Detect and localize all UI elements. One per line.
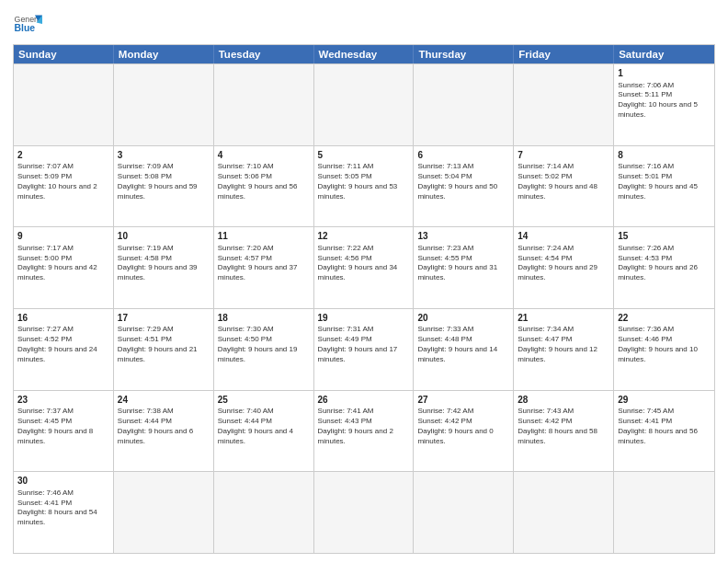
sun-info: Sunrise: 7:06 AMSunset: 5:11 PMDaylight:… [618, 81, 711, 121]
calendar-cell: 3Sunrise: 7:09 AMSunset: 5:08 PMDaylight… [114, 146, 214, 227]
day-number: 10 [118, 230, 210, 243]
sun-info: Sunrise: 7:17 AMSunset: 5:00 PMDaylight:… [17, 244, 109, 283]
day-number: 1 [618, 67, 711, 80]
day-number: 16 [17, 312, 109, 325]
sun-info: Sunrise: 7:30 AMSunset: 4:50 PMDaylight:… [218, 325, 310, 364]
day-number: 25 [218, 394, 310, 407]
calendar-header: SundayMondayTuesdayWednesdayThursdayFrid… [14, 45, 714, 63]
calendar-cell: 25Sunrise: 7:40 AMSunset: 4:44 PMDayligh… [214, 391, 314, 472]
calendar-row-4: 23Sunrise: 7:37 AMSunset: 4:45 PMDayligh… [14, 390, 714, 472]
sun-info: Sunrise: 7:33 AMSunset: 4:48 PMDaylight:… [417, 325, 509, 364]
logo: General Blue [13, 9, 42, 39]
calendar-cell: 26Sunrise: 7:41 AMSunset: 4:43 PMDayligh… [314, 391, 415, 472]
calendar-cell [414, 64, 514, 145]
calendar-cell [114, 472, 214, 553]
day-number: 9 [17, 230, 109, 243]
calendar-cell: 28Sunrise: 7:43 AMSunset: 4:42 PMDayligh… [514, 391, 614, 472]
sun-info: Sunrise: 7:24 AMSunset: 4:54 PMDaylight:… [518, 244, 609, 283]
calendar-cell [214, 472, 314, 553]
sun-info: Sunrise: 7:23 AMSunset: 4:55 PMDaylight:… [417, 244, 509, 283]
day-number: 18 [218, 312, 310, 325]
calendar-cell: 23Sunrise: 7:37 AMSunset: 4:45 PMDayligh… [14, 391, 114, 472]
calendar-cell [214, 64, 314, 145]
sun-info: Sunrise: 7:37 AMSunset: 4:45 PMDaylight:… [17, 407, 109, 446]
sun-info: Sunrise: 7:27 AMSunset: 4:52 PMDaylight:… [17, 325, 109, 364]
sun-info: Sunrise: 7:13 AMSunset: 5:04 PMDaylight:… [417, 162, 509, 201]
calendar-cell [514, 64, 614, 145]
day-number: 7 [518, 149, 609, 162]
calendar-cell: 14Sunrise: 7:24 AMSunset: 4:54 PMDayligh… [514, 227, 614, 308]
calendar-cell: 5Sunrise: 7:11 AMSunset: 5:05 PMDaylight… [314, 146, 415, 227]
weekday-header-saturday: Saturday [614, 45, 714, 63]
calendar-cell: 12Sunrise: 7:22 AMSunset: 4:56 PMDayligh… [314, 227, 415, 308]
day-number: 21 [518, 312, 609, 325]
day-number: 26 [318, 394, 410, 407]
day-number: 4 [218, 149, 310, 162]
calendar-cell: 10Sunrise: 7:19 AMSunset: 4:58 PMDayligh… [114, 227, 214, 308]
day-number: 14 [518, 230, 609, 243]
calendar-cell: 20Sunrise: 7:33 AMSunset: 4:48 PMDayligh… [414, 309, 514, 390]
weekday-header-monday: Monday [114, 45, 214, 63]
calendar-body: 1Sunrise: 7:06 AMSunset: 5:11 PMDaylight… [14, 63, 714, 553]
calendar-row-0: 1Sunrise: 7:06 AMSunset: 5:11 PMDaylight… [14, 63, 714, 145]
day-number: 22 [618, 312, 711, 325]
sun-info: Sunrise: 7:31 AMSunset: 4:49 PMDaylight:… [318, 325, 410, 364]
day-number: 20 [417, 312, 509, 325]
weekday-header-wednesday: Wednesday [314, 45, 415, 63]
day-number: 29 [618, 394, 711, 407]
day-number: 19 [318, 312, 410, 325]
calendar: SundayMondayTuesdayWednesdayThursdayFrid… [13, 44, 715, 554]
day-number: 27 [417, 394, 509, 407]
calendar-cell [314, 472, 415, 553]
sun-info: Sunrise: 7:42 AMSunset: 4:42 PMDaylight:… [417, 407, 509, 446]
svg-text:Blue: Blue [15, 23, 36, 33]
weekday-header-sunday: Sunday [14, 45, 114, 63]
sun-info: Sunrise: 7:22 AMSunset: 4:56 PMDaylight:… [318, 244, 410, 283]
calendar-cell: 27Sunrise: 7:42 AMSunset: 4:42 PMDayligh… [414, 391, 514, 472]
calendar-cell [414, 472, 514, 553]
sun-info: Sunrise: 7:10 AMSunset: 5:06 PMDaylight:… [218, 162, 310, 201]
calendar-cell: 18Sunrise: 7:30 AMSunset: 4:50 PMDayligh… [214, 309, 314, 390]
calendar-cell: 22Sunrise: 7:36 AMSunset: 4:46 PMDayligh… [614, 309, 714, 390]
sun-info: Sunrise: 7:34 AMSunset: 4:47 PMDaylight:… [518, 325, 609, 364]
sun-info: Sunrise: 7:41 AMSunset: 4:43 PMDaylight:… [318, 407, 410, 446]
day-number: 15 [618, 230, 711, 243]
sun-info: Sunrise: 7:20 AMSunset: 4:57 PMDaylight:… [218, 244, 310, 283]
calendar-cell [514, 472, 614, 553]
calendar-cell: 17Sunrise: 7:29 AMSunset: 4:51 PMDayligh… [114, 309, 214, 390]
calendar-cell [614, 472, 714, 553]
sun-info: Sunrise: 7:26 AMSunset: 4:53 PMDaylight:… [618, 244, 711, 283]
calendar-row-1: 2Sunrise: 7:07 AMSunset: 5:09 PMDaylight… [14, 145, 714, 227]
calendar-cell: 7Sunrise: 7:14 AMSunset: 5:02 PMDaylight… [514, 146, 614, 227]
logo-icon: General Blue [13, 9, 42, 39]
sun-info: Sunrise: 7:09 AMSunset: 5:08 PMDaylight:… [118, 162, 210, 201]
calendar-cell: 13Sunrise: 7:23 AMSunset: 4:55 PMDayligh… [414, 227, 514, 308]
calendar-row-5: 30Sunrise: 7:46 AMSunset: 4:41 PMDayligh… [14, 471, 714, 553]
day-number: 28 [518, 394, 609, 407]
sun-info: Sunrise: 7:38 AMSunset: 4:44 PMDaylight:… [118, 407, 210, 446]
calendar-cell: 1Sunrise: 7:06 AMSunset: 5:11 PMDaylight… [614, 64, 714, 145]
sun-info: Sunrise: 7:29 AMSunset: 4:51 PMDaylight:… [118, 325, 210, 364]
day-number: 6 [417, 149, 509, 162]
calendar-cell: 6Sunrise: 7:13 AMSunset: 5:04 PMDaylight… [414, 146, 514, 227]
sun-info: Sunrise: 7:43 AMSunset: 4:42 PMDaylight:… [518, 407, 609, 446]
sun-info: Sunrise: 7:11 AMSunset: 5:05 PMDaylight:… [318, 162, 410, 201]
calendar-cell: 19Sunrise: 7:31 AMSunset: 4:49 PMDayligh… [314, 309, 415, 390]
calendar-cell: 16Sunrise: 7:27 AMSunset: 4:52 PMDayligh… [14, 309, 114, 390]
calendar-cell [114, 64, 214, 145]
sun-info: Sunrise: 7:46 AMSunset: 4:41 PMDaylight:… [17, 488, 109, 528]
day-number: 5 [318, 149, 410, 162]
weekday-header-friday: Friday [514, 45, 614, 63]
weekday-header-thursday: Thursday [414, 45, 514, 63]
day-number: 30 [17, 475, 109, 488]
calendar-cell: 15Sunrise: 7:26 AMSunset: 4:53 PMDayligh… [614, 227, 714, 308]
calendar-cell: 29Sunrise: 7:45 AMSunset: 4:41 PMDayligh… [614, 391, 714, 472]
calendar-cell [14, 64, 114, 145]
day-number: 8 [618, 149, 711, 162]
calendar-cell: 8Sunrise: 7:16 AMSunset: 5:01 PMDaylight… [614, 146, 714, 227]
day-number: 3 [118, 149, 210, 162]
weekday-header-tuesday: Tuesday [214, 45, 314, 63]
day-number: 2 [17, 149, 109, 162]
calendar-cell [314, 64, 415, 145]
calendar-cell: 2Sunrise: 7:07 AMSunset: 5:09 PMDaylight… [14, 146, 114, 227]
